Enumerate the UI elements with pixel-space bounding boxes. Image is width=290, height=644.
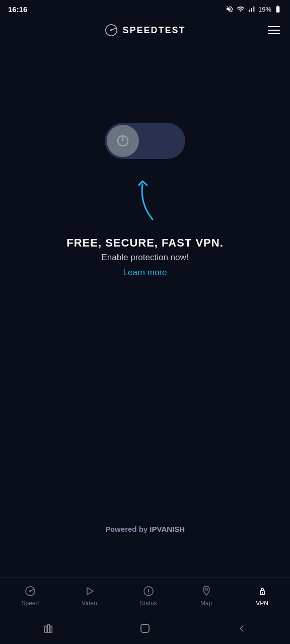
- svg-point-10: [205, 588, 207, 590]
- main-content: FREE, SECURE, FAST VPN. Enable protectio…: [0, 42, 290, 282]
- video-icon: [83, 585, 96, 598]
- map-icon: [200, 585, 213, 598]
- nav-item-speed[interactable]: Speed: [15, 583, 45, 609]
- status-label: Status: [140, 600, 157, 607]
- menu-line-3: [268, 33, 280, 34]
- vpn-promo-section: FREE, SECURE, FAST VPN. Enable protectio…: [66, 236, 224, 278]
- hamburger-menu-button[interactable]: [268, 26, 280, 34]
- svg-point-9: [148, 593, 149, 594]
- vpn-subtext: Enable protection now!: [66, 253, 224, 263]
- svg-point-5: [29, 590, 31, 592]
- nav-item-status[interactable]: Status: [134, 583, 163, 609]
- vpn-headline: FREE, SECURE, FAST VPN.: [66, 236, 224, 250]
- menu-line-1: [268, 26, 280, 27]
- speed-icon: [24, 585, 37, 598]
- nav-item-map[interactable]: Map: [194, 583, 219, 609]
- recent-apps-button[interactable]: [39, 619, 57, 637]
- nav-item-video[interactable]: Video: [76, 583, 103, 609]
- svg-rect-13: [45, 626, 47, 632]
- mute-icon: [226, 5, 234, 13]
- vpn-nav-icon: [256, 585, 269, 598]
- powered-by-prefix: Powered by: [105, 525, 150, 533]
- app-logo: SPEEDTEST: [104, 23, 185, 37]
- svg-rect-15: [50, 626, 52, 632]
- app-title: SPEEDTEST: [122, 25, 185, 36]
- toggle-knob: [107, 125, 139, 157]
- map-label: Map: [200, 600, 212, 607]
- powered-by-section: Powered by IPVANISH: [105, 525, 185, 533]
- svg-rect-14: [47, 625, 50, 633]
- speed-label: Speed: [21, 600, 39, 607]
- curved-arrow-svg: [125, 174, 165, 224]
- speedtest-logo-icon: [104, 23, 118, 37]
- home-button[interactable]: [136, 619, 154, 637]
- vpn-toggle-switch[interactable]: [105, 123, 185, 159]
- status-bar: 16:16 19%: [0, 0, 290, 18]
- battery-icon: [274, 5, 282, 13]
- status-icons: 19%: [226, 5, 282, 13]
- signal-icon: [248, 5, 256, 13]
- bottom-navigation: Speed Video Status Map: [0, 577, 290, 614]
- menu-line-2: [268, 30, 280, 31]
- svg-rect-16: [141, 624, 149, 632]
- power-icon: [115, 133, 131, 149]
- wifi-icon: [236, 5, 245, 13]
- status-time: 16:16: [8, 5, 27, 14]
- vpn-label: VPN: [256, 600, 268, 607]
- powered-by-brand: IPVANISH: [150, 525, 185, 533]
- battery-indicator: 19%: [258, 6, 271, 13]
- svg-point-1: [110, 29, 112, 31]
- system-navigation-bar: [0, 616, 290, 644]
- vpn-toggle-container: [105, 123, 185, 159]
- back-button[interactable]: [233, 619, 251, 637]
- svg-marker-6: [87, 588, 93, 595]
- top-navigation: SPEEDTEST: [0, 18, 290, 42]
- arrow-indicator: [125, 174, 165, 226]
- learn-more-link[interactable]: Learn more: [123, 268, 167, 277]
- status-icon: [142, 585, 155, 598]
- video-label: Video: [82, 600, 97, 607]
- nav-item-vpn[interactable]: VPN: [250, 583, 275, 609]
